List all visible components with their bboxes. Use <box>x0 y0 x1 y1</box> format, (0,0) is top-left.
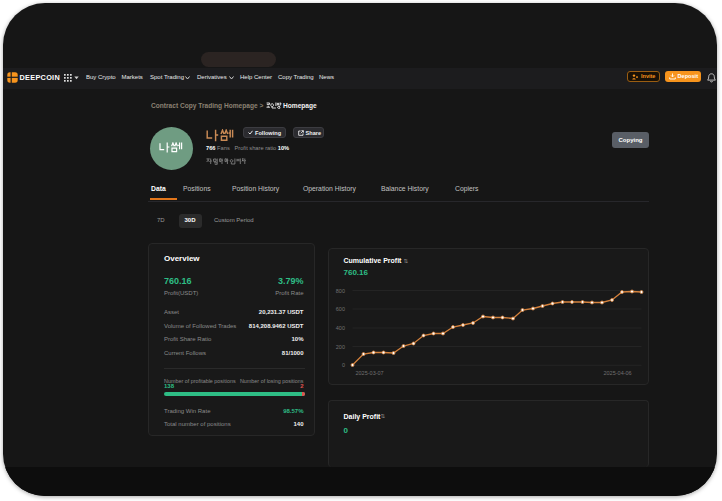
svg-text:200: 200 <box>335 344 344 350</box>
svg-text:400: 400 <box>335 325 344 331</box>
svg-text:2025-04-06: 2025-04-06 <box>603 370 631 376</box>
svg-text:600: 600 <box>335 306 344 312</box>
svg-text:0: 0 <box>341 362 344 368</box>
svg-text:2025-03-07: 2025-03-07 <box>355 370 383 376</box>
svg-text:800: 800 <box>335 288 344 294</box>
